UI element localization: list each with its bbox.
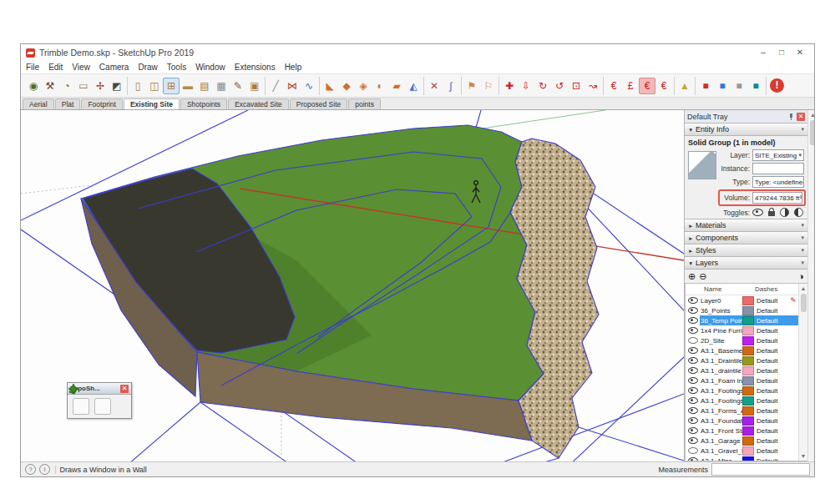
section-layers[interactable]: ▼ Layers ▾ [685,256,807,270]
visibility-cell[interactable] [686,416,700,426]
plan-tool[interactable]: ▭ [75,78,92,94]
visibility-cell[interactable] [686,335,700,345]
hammer-tool[interactable]: ⚒ [42,78,58,94]
visibility-cell[interactable] [686,345,700,355]
layer-row[interactable]: 2D_SiteDefault [686,335,798,345]
visible-eye-icon[interactable] [688,307,698,314]
sandbox-detail-tool[interactable]: ◭ [405,78,422,94]
layer-row[interactable]: A3.1_FootingsDefault [686,386,798,396]
visibility-cell[interactable] [686,386,700,396]
layer-color-swatch[interactable] [742,426,754,436]
tab-proposed-site[interactable]: Proposed Site [290,98,347,109]
schedule-tool[interactable]: ▦ [213,78,230,94]
cut-tool[interactable]: ✕ [426,78,443,94]
section-flag-outline-icon[interactable]: ⚐ [480,78,497,94]
layer-row[interactable]: A3.1_FoundatiDefault [686,416,798,426]
layer-color-swatch[interactable] [742,376,754,386]
section-entity-info[interactable]: ▼ Entity Info ▾ [685,123,807,136]
cost-euro-sheet-tool[interactable]: € [639,78,655,94]
solid-gray-tool[interactable]: ■ [731,78,747,94]
visibility-cell[interactable] [686,406,700,416]
annotate-tool[interactable]: ✎ [230,78,246,94]
window-tool[interactable]: ⊞ [163,78,180,94]
visibility-cell[interactable] [686,446,700,456]
layer-dashes[interactable]: Default [757,387,788,395]
layer-color-swatch[interactable] [742,356,754,365]
layer-color-swatch[interactable] [742,456,754,461]
louver-tool[interactable]: ▤ [196,78,213,94]
section-styles[interactable]: ► Styles ▾ [685,244,807,257]
sandbox-stamp-tool[interactable]: ◆ [338,78,355,94]
drawing-viewport[interactable]: TopoSh... ✕ [21,110,684,461]
layer-dashes[interactable]: Default [757,357,788,365]
visibility-cell[interactable] [686,436,700,446]
visible-eye-icon[interactable] [688,387,698,394]
visible-eye-icon[interactable] [688,437,698,444]
layer-color-swatch[interactable] [742,336,754,345]
visible-eye-icon[interactable] [688,457,698,461]
instance-field[interactable] [752,163,804,174]
cast-shadows-toggle[interactable] [780,208,789,217]
section-menu-icon[interactable]: ▾ [801,247,804,254]
layer-row[interactable]: A3.1_Forms_ADefault [686,406,798,416]
tab-aerial[interactable]: Aerial [23,98,54,109]
visible-eye-icon[interactable] [688,357,698,364]
add-layer-button[interactable]: ⊕ [688,270,696,282]
type-dropdown[interactable]: Type: <undefined> [752,176,804,188]
protractor-tool[interactable]: ◔ [58,78,75,94]
volume-field[interactable]: 479244.7836 ft³ [752,192,802,204]
select-tool[interactable]: ◉ [25,78,42,94]
scroll-up-icon[interactable]: ▲ [799,284,808,293]
solid-teal-tool[interactable]: ■ [747,78,764,94]
layer-dashes[interactable]: Default [757,407,788,415]
dashes-column-header[interactable]: Dashes [755,285,798,293]
layer-row[interactable]: A3.1_draintile (Default [686,365,798,375]
scroll-up-icon[interactable]: ▲ [808,110,815,119]
window-frame-tool[interactable]: ◫ [146,78,163,94]
sandbox-flatten-tool[interactable]: ▰ [388,78,405,94]
layer-dashes[interactable]: Default [757,317,788,325]
layer-dashes[interactable]: Default [757,297,788,305]
layer-dashes[interactable]: Default [757,447,788,455]
scroll-down-icon[interactable]: ▼ [799,451,808,461]
layer-color-swatch[interactable] [742,406,754,416]
menu-file[interactable]: File [26,63,39,72]
visible-eye-icon[interactable] [688,427,698,434]
layer-details-button[interactable]: ◑ [798,270,804,282]
tray-scrollbar[interactable]: ▲ [807,110,815,461]
layer-row[interactable]: A3.1_FootingsDefault [686,396,798,406]
cost-euro-report-tool[interactable]: € [655,78,672,94]
tab-existing-site[interactable]: Existing Site [124,98,180,109]
menu-camera[interactable]: Camera [99,63,129,72]
layer-color-swatch[interactable] [742,326,754,335]
measurements-input[interactable] [711,463,810,476]
layer-color-swatch[interactable] [742,366,754,375]
layer-dashes[interactable]: Default [757,307,788,315]
hidden-toggle[interactable] [752,209,763,216]
layer-dashes[interactable]: Default [757,327,788,335]
section-menu-icon[interactable]: ▾ [801,222,804,229]
layer-row[interactable]: A3.1_Gravel_BDefault [686,446,798,456]
profile-tool[interactable]: ⋈ [284,78,301,94]
layer-dashes[interactable]: Default [757,377,788,385]
visibility-cell[interactable] [686,396,700,406]
layer-row[interactable]: 1x4 Pine FurrinDefault [686,325,798,335]
layer-row[interactable]: A3.1_BasemenDefault [686,345,798,355]
menu-help[interactable]: Help [285,63,302,72]
visible-eye-icon[interactable] [688,397,698,404]
tray-title-bar[interactable]: Default Tray ✕ [685,110,807,123]
layer-color-swatch[interactable] [742,316,754,325]
line-tool[interactable]: ╱ [267,78,284,94]
visible-eye-icon[interactable] [688,377,698,384]
visibility-cell[interactable] [686,456,700,461]
visible-eye-icon[interactable] [688,327,698,334]
menu-edit[interactable]: Edit [48,63,63,72]
layer-dashes[interactable]: Default [757,417,788,425]
visibility-cell[interactable] [686,355,700,365]
info-icon[interactable]: i [39,464,50,475]
visibility-cell[interactable] [686,325,700,335]
layer-dashes[interactable]: Default [757,437,788,445]
layer-color-swatch[interactable] [742,346,754,355]
cost-pound-tool[interactable]: £ [622,78,639,94]
twist-tool[interactable]: ↝ [584,78,601,94]
